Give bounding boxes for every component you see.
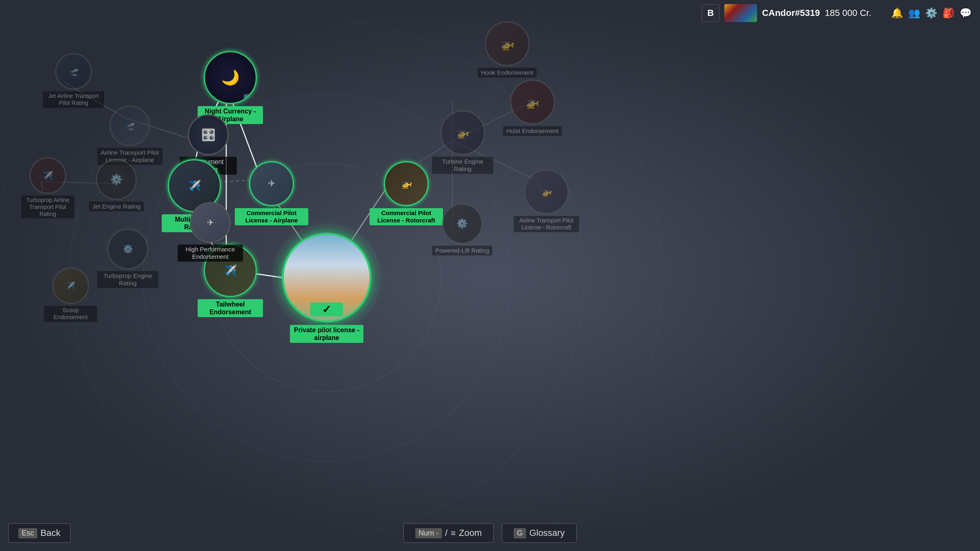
bottom-toolbar: Num - / ≡ Zoom G Glossary (403, 523, 577, 543)
zoom-icon: ≡ (451, 529, 456, 538)
node-label-powered-lift: Powered-Lift Rating (432, 246, 492, 256)
node-label-private-pilot: Private pilot license - airplane (290, 325, 363, 343)
node-scoop[interactable]: ✈️ Scoop Endorsement (44, 267, 97, 322)
node-label-turboprop-engine: Turboprop Engine Rating (97, 271, 158, 288)
node-label-commercial-ap: Commercial Pilot License - Airplane (235, 208, 308, 225)
node-label-atp-rotorcraft: Airline Transport Pilot License - Rotorc… (514, 216, 579, 232)
bell-icon[interactable]: 🔔 (891, 7, 903, 19)
node-private-pilot[interactable]: ✓ Private pilot license - airplane (282, 233, 372, 343)
header-currency: 185 000 Cr. (825, 8, 886, 18)
node-high-performance[interactable]: ✈ High Performance Endorsement (178, 202, 243, 262)
glossary-label: Glossary (529, 528, 565, 538)
zoom-control[interactable]: Num - / ≡ Zoom (403, 523, 494, 543)
node-label-hoist: Hoist Endorsement (503, 126, 562, 136)
node-airline-transport[interactable]: 🛫 Airline Transport Pilot License - Airp… (97, 105, 163, 165)
header-badge[interactable]: B (702, 4, 719, 22)
esc-key: Esc (18, 528, 37, 538)
node-jet-atp[interactable]: 🛫 Jet Airline Transport Pilot Rating (43, 53, 104, 108)
header-username: CAndor#5319 (762, 8, 820, 18)
zoom-key: Num - (415, 528, 442, 538)
chat-icon[interactable]: 💬 (960, 7, 972, 19)
node-label-turbine-engine: Turbine Engine Rating (432, 157, 493, 174)
node-label-jet-engine: Jet Engine Rating (89, 202, 144, 211)
node-turboprop-airline[interactable]: ✈️ Turboprop Airline Transport Pilot Rat… (21, 157, 74, 218)
header-avatar (724, 4, 757, 22)
glossary-key: G (514, 528, 526, 538)
node-label-scoop: Scoop Endorsement (44, 306, 97, 322)
node-label-jet-atp: Jet Airline Transport Pilot Rating (43, 91, 104, 108)
node-commercial-ap[interactable]: ✈ Commercial Pilot License - Airplane (235, 161, 308, 225)
zoom-label: Zoom (459, 528, 482, 538)
node-turboprop-engine[interactable]: ⚙️ Turboprop Engine Rating (97, 229, 158, 288)
node-label-high-performance: High Performance Endorsement (178, 244, 243, 262)
node-atp-rotorcraft[interactable]: 🚁 Airline Transport Pilot License - Roto… (514, 169, 579, 232)
header: B CAndor#5319 185 000 Cr. 🔔 👥 ⚙️ 🎒 💬 (693, 0, 980, 26)
gear-icon[interactable]: ⚙️ (925, 7, 938, 19)
node-turbine-engine[interactable]: 🚁 Turbine Engine Rating (432, 110, 493, 174)
back-button[interactable]: Esc Back (8, 523, 71, 543)
node-jet-engine[interactable]: ⚙️ Jet Engine Rating (89, 159, 144, 211)
bag-icon[interactable]: 🎒 (942, 7, 955, 19)
node-label-hook: Hook Endorsement (478, 68, 537, 78)
node-label-turboprop-airline: Turboprop Airline Transport Pilot Rating (21, 196, 74, 218)
node-powered-lift[interactable]: ⚙️ Powered-Lift Rating (432, 203, 492, 256)
node-hoist[interactable]: 🚁 Hoist Endorsement (503, 80, 562, 136)
zoom-divider: / (445, 528, 448, 538)
people-icon[interactable]: 👥 (908, 7, 920, 19)
node-hook[interactable]: 🚁 Hook Endorsement (478, 21, 537, 78)
node-label-tailwheel: Tailwheel Endorsement (198, 299, 263, 317)
glossary-control[interactable]: G Glossary (502, 523, 577, 543)
node-night-currency[interactable]: 🌙 📺 Night Currency - Airplane (198, 51, 263, 124)
back-label: Back (40, 528, 60, 538)
